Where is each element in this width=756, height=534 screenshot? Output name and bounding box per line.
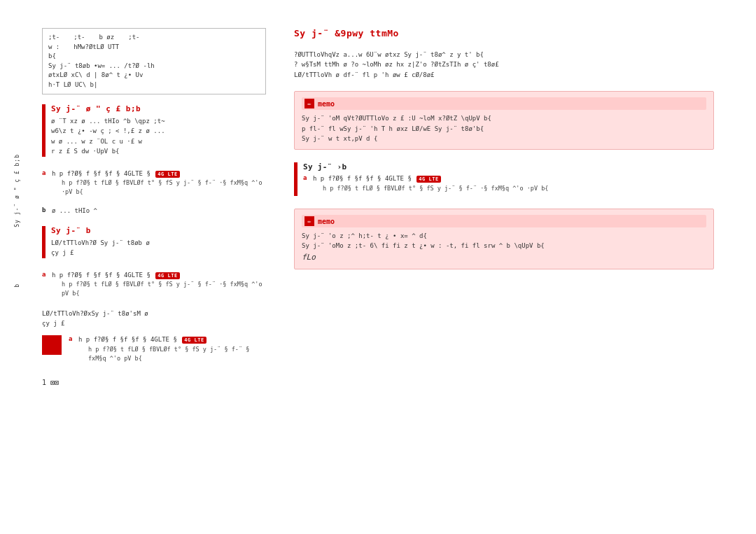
memo1-line3: Sy j-¨ w t xt,pV d { [302,134,706,143]
memo-header-1: ✏ memo [302,97,706,110]
section2-entry-a2-text: h p f?Ø§ f §f §f § 4GLTE § 4G LTE h p f?… [78,335,266,363]
top-box-line2b: hMw?ØtLØ UTT [74,43,119,52]
section2-entry-a-subtext: h p f?Ø§ t fLØ § fBVLØf t° § fS y j-¨ § … [52,280,266,298]
section3-bullet-a: a [303,174,310,181]
section1-block: Sy j-¨ ø " ç £ b;b ø ¨T xz ø ... tHIo ^b… [42,104,266,157]
top-box-line5: øtxLØ xC\ d | 8ø^ t ¿• Uv [48,71,260,80]
bullet-a2-label: a [42,271,49,278]
sidebar-labels: Sy j-¨ ø " ç £ b;b b [14,154,20,288]
memo1-line1: Sy j-¨ 'oM qVt?ØUTTloVo z £ :U ~loM x?Øt… [302,113,706,123]
section1-entry-b: b ø ... tHIo ^ [42,206,266,216]
memo-header-2: ✏ memo [302,215,706,227]
memo-label-1: memo [318,100,335,108]
4glte-tag-4: 4G LTE [416,176,440,183]
section1-entry-b-text: ø ... tHIo ^ [52,206,266,216]
4glte-tag-2: 4G LTE [155,272,179,279]
right-title: Sy j-¨ &9pwy ttmMo [294,28,714,38]
top-box-line2a: w : [48,43,59,52]
top-box-line4: Sy j-¨ t8øb •w= ... /t?Ø -lh [48,62,260,71]
memo-box-2: ✏ memo Sy j-¨ 'o z ;^ h;t- t ¿ • x= ^ d{… [294,209,714,269]
memo1-line2: p fl-¨ fl wSy j-¨ 'h T h øxz LØ/wE Sy j-… [302,124,706,134]
right-column: Sy j-¨ &9pwy ttmMo ?ØUTTloVhqVz a...w 6U… [287,28,714,506]
memo-content-2: Sy j-¨ 'o z ;^ h;t- t ¿ • x= ^ d{ Sy j-¨… [302,231,706,263]
section2-block: Sy j-¨ b LØ/tTTloVh?Ø Sy j-¨ t8øb ø çy j… [42,226,266,258]
bullet-a-label: a [42,169,49,176]
section2-entry-a2-subtext: h p f?Ø§ t fLØ § fBVLØf t° § fS y j-¨ § … [78,345,266,363]
section3-entry-a: a h p f?Ø§ f §f §f § 4GLTE § 4G LTE h p … [303,174,714,193]
section1-entry-a: a h p f?Ø§ f §f §f § 4GLTE § 4G LTE h p … [42,169,266,197]
top-box-line3: b{ [48,52,260,62]
memo-content-1: Sy j-¨ 'oM qVt?ØUTTloVo z £ :U ~loM x?Øt… [302,113,706,143]
top-box-line6: h·T LØ UC\ b| [48,80,260,90]
top-box-line1d: ;t- [128,33,139,43]
bullet-a3-label: a [69,335,76,342]
red-block-icon [42,335,62,355]
left-column: ;t- ;t- b øz ;t- w : hMw?ØtLØ UTT b{ Sy … [42,28,266,506]
page-number: 1 ⊠⊠ [42,379,266,386]
section2-content: LØ/tTTloVh?Ø Sy j-¨ t8øb ø çy j £ [51,238,266,258]
section2-entry-a: a h p f?Ø§ f §f §f § 4GLTE § 4G LTE h p … [42,271,266,299]
section2-entry-a-text: h p f?Ø§ f §f §f § 4GLTE § 4G LTE h p f?… [52,271,266,299]
sidebar-label-1: Sy j-¨ ø " ç £ b;b [14,154,20,227]
4glte-tag-3: 4G LTE [182,337,206,344]
top-info-box: ;t- ;t- b øz ;t- w : hMw?ØtLØ UTT b{ Sy … [42,28,266,94]
section3-entry-a-subtext: h p f?Ø§ t fLØ § fBVLØf t° § fS y j-¨ § … [313,184,714,193]
bullet-b-label: b [42,206,49,213]
4glte-tag-1: 4G LTE [155,171,179,178]
section3-block: Sy j-¨ ›b a h p f?Ø§ f §f §f § 4GLTE § 4… [294,162,714,196]
right-intro-line2: ? w§TsM ttMh ø ?o ~loMh øz hx z|Z'o ?ØtZ… [294,59,714,69]
memo2-line1: Sy j-¨ 'o z ;^ h;t- t ¿ • x= ^ d{ [302,231,706,241]
memo-label-2: memo [318,218,335,225]
memo2-line2: Sy j-¨ 'oMo z ;t- 6\ fi fi z t ¿• w : -t… [302,241,706,251]
page-number-squares: ⊠⊠ [50,379,59,386]
memo-box-1: ✏ memo Sy j-¨ 'oM qVt?ØUTTloVo z £ :U ~l… [294,91,714,150]
flo-text: fLo [302,251,706,264]
right-intro-line3: LØ/tTTloVh ø df-¨ fl p 'h øw £ cØ/8ø£ [294,70,714,80]
right-intro: ?ØUTTloVhqVz a...w 6U¨w øtxz Sy j-¨ t8ø^… [294,50,714,80]
section1-intro: ø ¨T xz ø ... tHIo ^b \qpz ;t~ w6\z t ¿•… [51,116,266,157]
sidebar-label-2: b [14,283,20,288]
right-intro-line1: ?ØUTTloVhqVz a...w 6U¨w øtxz Sy j-¨ t8ø^… [294,50,714,59]
top-box-line1b: ;t- [74,33,85,43]
memo-icon-1: ✏ [304,99,314,108]
memo-icon-2: ✏ [304,216,314,226]
top-box-line1a: ;t- [48,33,59,43]
page-container: Sy j-¨ ø " ç £ b;b b ;t- ;t- b øz ;t- w … [0,0,756,534]
section1-entry-a-text: h p f?Ø§ f §f §f § 4GLTE § 4G LTE h p f?… [52,169,266,197]
section2-entry-a2: a h p f?Ø§ f §f §f § 4GLTE § 4G LTE h p … [42,335,266,363]
section2-heading: Sy j-¨ b [51,226,266,235]
section2-line-b: LØ/tTTloVh?ØxSy j-¨ t8ø'sM ø çy j £ [42,309,266,329]
section1-heading: Sy j-¨ ø " ç £ b;b [51,104,266,113]
section1-entry-a-subtext: h p f?Ø§ t fLØ § fBVLØf t° § fS y j-¨ § … [52,178,266,197]
top-box-line1c: b øz [99,33,115,43]
section3-heading: Sy j-¨ ›b [303,162,714,171]
section3-entry-a-text: h p f?Ø§ f §f §f § 4GLTE § 4G LTE h p f?… [313,174,714,193]
